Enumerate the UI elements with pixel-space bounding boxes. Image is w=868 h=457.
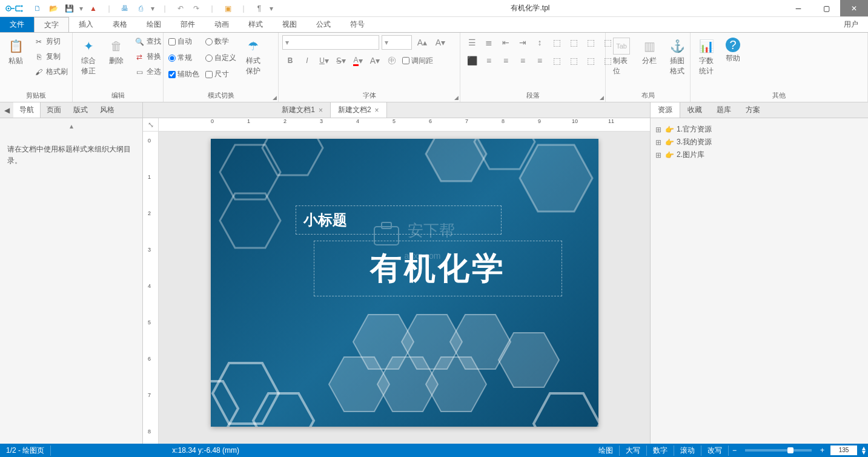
status-scroll[interactable]: 滚动	[674, 445, 701, 456]
dropdown-icon[interactable]: ▾	[150, 2, 155, 15]
zoom-thumb[interactable]	[787, 447, 793, 453]
menu-style[interactable]: 样式	[239, 17, 273, 32]
para-border-button[interactable]: ⬚	[583, 53, 598, 68]
menu-table[interactable]: 表格	[103, 17, 137, 32]
title-placeholder[interactable]: 有机化学	[314, 241, 562, 296]
collapse-arrow-icon[interactable]: ▴	[0, 118, 142, 134]
wordcount-button[interactable]: 📊字数 统计	[694, 35, 718, 79]
paste-button[interactable]: 📋 粘贴	[4, 35, 28, 68]
status-num[interactable]: 数字	[647, 445, 674, 456]
tree-node[interactable]: ⊞👉2.图片库	[655, 148, 863, 161]
left-tab-layout[interactable]: 版式	[67, 102, 94, 118]
left-tab-nav[interactable]: 导航	[13, 102, 41, 118]
ruler-corner[interactable]: ⤡	[143, 118, 159, 132]
left-tab-style[interactable]: 风格	[94, 102, 121, 118]
paragraph-mark-icon[interactable]: ¶	[253, 2, 265, 15]
close-tab-icon[interactable]: ×	[319, 106, 323, 115]
close-button[interactable]: ✕	[840, 0, 868, 16]
align-left-button[interactable]: ⬛	[464, 53, 480, 68]
font-family-combo[interactable]: ▾	[282, 35, 379, 50]
normal-radio[interactable]: 常规	[167, 52, 200, 64]
list-bullet-button[interactable]: ☰	[464, 35, 480, 50]
right-tab-favorite[interactable]: 收藏	[680, 102, 709, 118]
para-before-button[interactable]: ⬚	[549, 35, 565, 50]
math-radio[interactable]: 数学	[204, 35, 237, 48]
doc-tab-1[interactable]: 新建文档1×	[274, 102, 331, 118]
italic-button[interactable]: I	[299, 53, 315, 68]
right-tab-resource[interactable]: 资源	[651, 102, 680, 118]
menu-formula[interactable]: 公式	[306, 17, 340, 32]
find-button[interactable]: 🔍查找	[132, 35, 164, 48]
menu-symbol[interactable]: 符号	[340, 17, 374, 32]
style-protect-button[interactable]: ☂ 样式 保护	[241, 35, 265, 79]
doc-tab-2[interactable]: 新建文档2×	[331, 102, 387, 118]
align-justify-button[interactable]: ≡	[515, 53, 531, 68]
subtitle-placeholder[interactable]: 小标题	[296, 205, 502, 235]
zoom-spinner[interactable]: ▴▾	[860, 446, 868, 455]
font-grow-icon[interactable]: A▴	[414, 35, 430, 50]
status-draw[interactable]: 绘图	[592, 445, 620, 456]
tree-node[interactable]: ⊞👉3.我的资源	[655, 136, 863, 148]
zoom-out-button[interactable]: −	[729, 446, 740, 455]
save-icon[interactable]: 💾	[63, 2, 75, 15]
outdent-button[interactable]: ⇤	[498, 35, 514, 50]
menu-view[interactable]: 视图	[273, 17, 306, 32]
menu-file[interactable]: 文件	[0, 17, 34, 32]
selectall-button[interactable]: ▭全选	[132, 65, 164, 78]
dialog-launcher-icon[interactable]: ◢	[454, 95, 459, 101]
para-spacing2-button[interactable]: ⬚	[566, 53, 581, 68]
maximize-button[interactable]: ▢	[812, 0, 840, 16]
menu-draw[interactable]: 绘图	[137, 17, 171, 32]
copy-button[interactable]: ⎘复制	[31, 50, 70, 63]
ruler-checkbox[interactable]: 尺寸	[204, 68, 237, 81]
strike-button[interactable]: S̶▾	[333, 53, 349, 68]
menu-component[interactable]: 部件	[171, 17, 205, 32]
status-ovr[interactable]: 改写	[701, 445, 729, 456]
menu-user[interactable]: 用户	[834, 17, 868, 32]
font-size-combo[interactable]: ▾	[382, 35, 412, 50]
canvas[interactable]: 小标题 有机化学 安下帮 anxz.com	[159, 132, 650, 444]
pin-icon[interactable]: ◀	[0, 106, 13, 115]
left-tab-page[interactable]: 页面	[41, 102, 67, 118]
menu-insert[interactable]: 插入	[69, 17, 103, 32]
dialog-launcher-icon[interactable]: ◢	[600, 95, 604, 101]
cut-button[interactable]: ✂剪切	[31, 35, 70, 48]
dialog-launcher-icon[interactable]: ◢	[273, 95, 277, 101]
redo-icon[interactable]: ↷	[190, 2, 202, 15]
bold-button[interactable]: B	[282, 53, 298, 68]
print-preview-icon[interactable]: ⎙	[134, 2, 147, 15]
align-right-button[interactable]: ≡	[498, 53, 514, 68]
menu-animation[interactable]: 动画	[205, 17, 239, 32]
circle-text-button[interactable]: ㊥	[384, 53, 400, 68]
para-after-button[interactable]: ⬚	[566, 35, 581, 50]
zoom-slider[interactable]	[745, 449, 812, 452]
qat-dropdown-icon[interactable]: ▾	[269, 2, 274, 15]
minimize-button[interactable]: ─	[784, 0, 812, 16]
list-number-button[interactable]: ≣	[481, 35, 497, 50]
slide[interactable]: 小标题 有机化学 安下帮 anxz.com	[211, 139, 598, 427]
custom-radio[interactable]: 自定义	[204, 52, 237, 64]
sort-button[interactable]: ↕	[532, 35, 548, 50]
pdf-icon[interactable]: ▲	[87, 2, 99, 15]
align-distribute-button[interactable]: ≡	[532, 53, 548, 68]
right-tab-plan[interactable]: 方案	[738, 102, 767, 118]
combine-fix-button[interactable]: ✦ 综合 修正	[76, 35, 101, 79]
zoom-in-button[interactable]: +	[817, 446, 828, 455]
replace-button[interactable]: ⇄替换	[132, 50, 164, 63]
tree-node[interactable]: ⊞👉1.官方资源	[655, 123, 863, 136]
highlight-button[interactable]: A▾	[367, 53, 383, 68]
frame-format-button[interactable]: ⚓插图 格式	[665, 35, 689, 79]
spacing-checkbox[interactable]: 调间距	[401, 55, 434, 67]
indent-button[interactable]: ⇥	[515, 35, 531, 50]
status-page[interactable]: 1/2 - 绘图页	[0, 445, 51, 456]
open-icon[interactable]: 📂	[47, 2, 59, 15]
right-tab-question[interactable]: 题库	[709, 102, 738, 118]
vertical-ruler[interactable]: 0 1 2 3 4 5 6 7 8	[143, 132, 159, 444]
para-spacing-button[interactable]: ⬚	[549, 53, 565, 68]
undo-icon[interactable]: ↶	[174, 2, 187, 15]
new-doc-icon[interactable]: 🗋	[31, 2, 44, 15]
column-button[interactable]: ▥分栏	[637, 35, 661, 68]
format-brush-button[interactable]: 🖌格式刷	[31, 65, 70, 78]
para-shading-button[interactable]: ⬚	[600, 53, 615, 68]
save-dropdown-icon[interactable]: ▾	[79, 2, 84, 15]
